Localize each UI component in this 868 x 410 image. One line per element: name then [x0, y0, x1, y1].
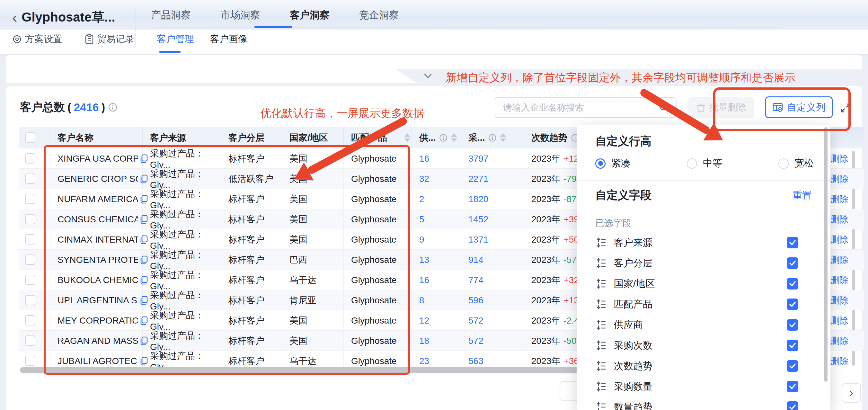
purchase-count-link[interactable]: 596	[468, 290, 524, 311]
drag-handle-icon[interactable]	[595, 360, 608, 372]
copy-icon[interactable]	[139, 275, 149, 285]
field-item-1[interactable]: 客户来源	[595, 235, 814, 250]
purchase-count-link[interactable]: 774	[468, 270, 524, 290]
column-header-name[interactable]: 客户名称	[58, 127, 93, 148]
field-item-5[interactable]: 供应商	[595, 318, 814, 332]
purchase-count-link[interactable]: 3797	[468, 148, 524, 169]
row-checkbox[interactable]	[25, 315, 35, 325]
customer-name-cell[interactable]: CONSUS CHEMICAL	[58, 209, 142, 229]
filter-bar-collapse-tab[interactable]	[6, 69, 417, 83]
sort-icon[interactable]	[500, 133, 506, 142]
info-icon[interactable]	[107, 102, 118, 113]
row-checkbox[interactable]	[25, 295, 35, 305]
purchase-count-link[interactable]: 1452	[468, 209, 524, 229]
customer-name-cell[interactable]: CINMAX INTERNATIO	[58, 229, 142, 250]
column-header-country[interactable]: 国家/地区	[289, 127, 328, 148]
column-header-purchases[interactable]: 采...	[468, 127, 506, 148]
customer-name-cell[interactable]: BUKOOLA CHEMICA	[58, 270, 142, 290]
chevron-down-icon[interactable]	[422, 69, 434, 82]
drag-handle-icon[interactable]	[595, 298, 608, 311]
drag-handle-icon[interactable]	[595, 257, 608, 269]
column-header-trend[interactable]: 次数趋势	[531, 127, 580, 148]
tab-competitor-insight[interactable]: 竞企洞察	[359, 8, 399, 22]
row-checkbox[interactable]	[25, 275, 35, 285]
field-item-4[interactable]: 匹配产品	[595, 297, 814, 312]
field-checkbox-checked[interactable]	[787, 360, 798, 372]
info-icon[interactable]	[439, 133, 448, 142]
delete-link[interactable]: 删除	[830, 148, 864, 169]
row-checkbox[interactable]	[25, 234, 35, 244]
suppliers-count-link[interactable]: 9	[419, 229, 461, 250]
drag-handle-icon[interactable]	[595, 319, 608, 331]
field-checkbox-checked[interactable]	[787, 278, 798, 290]
row-height-medium[interactable]: 中等	[687, 157, 722, 170]
delete-link[interactable]: 删除	[830, 331, 864, 351]
purchase-count-link[interactable]: 1371	[468, 229, 524, 250]
delete-link[interactable]: 删除	[830, 351, 864, 371]
customer-name-cell[interactable]: SYNGENTA PROTEC	[58, 250, 142, 270]
customer-name-cell[interactable]: RAGAN AND MASSE	[58, 331, 142, 351]
tab-customer-management[interactable]: 客户管理	[157, 33, 194, 46]
delete-link[interactable]: 删除	[830, 169, 864, 189]
row-height-loose[interactable]: 宽松	[778, 157, 814, 170]
tab-customer-insight[interactable]: 客户洞察	[290, 8, 330, 22]
suppliers-count-link[interactable]: 2	[419, 189, 461, 209]
back-icon[interactable]: ‹	[12, 10, 17, 25]
drag-handle-icon[interactable]	[595, 277, 608, 290]
suppliers-count-link[interactable]: 5	[419, 209, 461, 229]
copy-icon[interactable]	[139, 255, 149, 265]
field-item-8[interactable]: 采购数量	[595, 379, 814, 394]
delete-link[interactable]: 删除	[830, 209, 864, 229]
drag-handle-icon[interactable]	[595, 401, 608, 410]
field-checkbox-checked[interactable]	[787, 298, 798, 310]
row-checkbox[interactable]	[25, 214, 35, 224]
trade-records-link[interactable]: 贸易记录	[85, 33, 134, 46]
delete-link[interactable]: 删除	[830, 290, 864, 311]
search-input[interactable]	[502, 102, 658, 113]
drag-handle-icon[interactable]	[595, 339, 608, 352]
copy-icon[interactable]	[139, 296, 149, 305]
field-item-7[interactable]: 次数趋势	[595, 359, 814, 373]
purchase-count-link[interactable]: 572	[468, 311, 524, 331]
delete-link[interactable]: 删除	[830, 250, 864, 270]
field-item-6[interactable]: 采购次数	[595, 338, 814, 353]
row-checkbox[interactable]	[25, 194, 35, 204]
delete-link[interactable]: 删除	[830, 270, 864, 290]
column-header-source[interactable]: 客户来源	[150, 127, 186, 148]
copy-icon[interactable]	[139, 174, 149, 184]
copy-icon[interactable]	[139, 195, 149, 204]
reset-link[interactable]: 重置	[793, 189, 812, 202]
field-checkbox-checked[interactable]	[787, 401, 798, 410]
batch-delete-button[interactable]: 批量删除	[688, 97, 754, 118]
sort-icon[interactable]	[404, 133, 410, 142]
delete-link[interactable]: 删除	[830, 189, 864, 209]
delete-link[interactable]: 删除	[830, 229, 864, 250]
drag-handle-icon[interactable]	[595, 380, 608, 393]
field-checkbox-checked[interactable]	[787, 257, 798, 269]
custom-columns-button[interactable]: 自定义列	[765, 96, 833, 118]
fullscreen-icon[interactable]	[839, 101, 852, 114]
copy-icon[interactable]	[139, 215, 149, 224]
info-icon[interactable]	[488, 133, 497, 142]
drag-handle-icon[interactable]	[595, 236, 608, 249]
field-checkbox-checked[interactable]	[787, 381, 798, 392]
column-header-tier[interactable]: 客户分层	[228, 127, 265, 148]
customer-name-cell[interactable]: GENERIC CROP SCI	[58, 169, 142, 189]
customer-name-cell[interactable]: MEY CORPORATION	[58, 311, 142, 331]
select-all-checkbox[interactable]	[25, 133, 35, 143]
suppliers-count-link[interactable]: 16	[419, 270, 461, 290]
sort-icon[interactable]	[451, 133, 457, 142]
tab-product-insight[interactable]: 产品洞察	[151, 8, 191, 22]
row-checkbox[interactable]	[25, 174, 35, 184]
copy-icon[interactable]	[139, 316, 149, 325]
field-item-9[interactable]: 数量趋势	[595, 400, 814, 410]
customer-name-cell[interactable]: XINGFA USA CORPO	[58, 148, 142, 169]
suppliers-count-link[interactable]: 18	[419, 331, 461, 351]
row-checkbox[interactable]	[25, 255, 35, 265]
tab-market-insight[interactable]: 市场洞察	[220, 8, 260, 22]
field-checkbox-checked[interactable]	[787, 319, 798, 331]
row-checkbox[interactable]	[25, 335, 35, 346]
next-page-button[interactable]: ›	[842, 383, 861, 403]
customer-name-cell[interactable]: NUFARM AMERICAS,	[58, 189, 142, 209]
purchase-count-link[interactable]: 572	[468, 331, 524, 351]
